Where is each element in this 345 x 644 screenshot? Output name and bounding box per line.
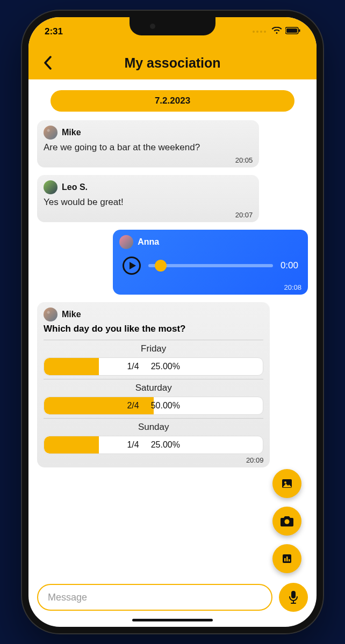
- poll-option-label: Saturday: [44, 383, 263, 393]
- message-time: 20:07: [44, 211, 253, 219]
- poll-question: Which day do you like the most?: [44, 324, 263, 334]
- notch: [130, 17, 215, 35]
- title-bar: My association: [28, 46, 317, 79]
- avatar: [44, 308, 58, 321]
- poll-option-percent: 50.00%: [151, 401, 180, 411]
- svg-rect-1: [286, 28, 297, 33]
- back-button[interactable]: [39, 54, 56, 71]
- audio-duration: 0:00: [281, 260, 298, 271]
- message-sender: Mike: [62, 128, 81, 137]
- poll-bar-fill: [44, 358, 99, 375]
- gallery-button[interactable]: [272, 469, 301, 498]
- more-dots-icon: [253, 31, 266, 33]
- audio-message[interactable]: Anna 0:00 20:08: [113, 230, 308, 295]
- poll-option[interactable]: 1/4 25.00%: [44, 436, 263, 454]
- phone-screen: 2:31 My association 7.2.2023: [28, 17, 317, 627]
- svg-point-4: [284, 481, 286, 484]
- message-text: Are we going to a bar at the weekend?: [44, 142, 253, 154]
- message-item[interactable]: Leo S. Yes would be great! 20:07: [37, 175, 259, 222]
- poll-option-label: Friday: [44, 343, 263, 354]
- message-time: 20:09: [44, 456, 263, 464]
- battery-icon: [285, 26, 300, 37]
- message-sender: Leo S.: [62, 182, 88, 192]
- message-time: 20:08: [119, 283, 301, 291]
- message-placeholder: Message: [48, 592, 87, 603]
- svg-rect-10: [291, 591, 296, 598]
- camera-icon: [280, 515, 294, 527]
- avatar: [44, 126, 58, 140]
- poll-option-count: 2/4: [127, 401, 139, 411]
- image-icon: [281, 477, 293, 490]
- status-time: 2:31: [45, 26, 63, 37]
- wifi-icon: [271, 26, 282, 37]
- poll-bar-fill: [44, 436, 99, 453]
- poll-option-label: Sunday: [44, 422, 263, 433]
- poll-option[interactable]: 2/4 50.00%: [44, 397, 263, 415]
- date-separator: 7.2.2023: [51, 90, 294, 112]
- attachment-actions: [272, 469, 301, 573]
- poll-message[interactable]: Mike Which day do you like the most? Fri…: [37, 302, 270, 467]
- microphone-icon: [288, 590, 299, 604]
- svg-rect-9: [289, 559, 290, 561]
- poll-option[interactable]: 1/4 25.00%: [44, 357, 263, 376]
- phone-frame: 2:31 My association 7.2.2023: [22, 11, 323, 633]
- audio-track[interactable]: [148, 264, 273, 267]
- camera-button[interactable]: [272, 507, 301, 536]
- message-input[interactable]: Message: [37, 584, 272, 611]
- bar-chart-icon: [281, 553, 293, 565]
- chevron-left-icon: [44, 56, 52, 70]
- message-time: 20:05: [44, 156, 253, 164]
- avatar: [44, 180, 58, 194]
- svg-rect-2: [299, 30, 300, 32]
- voice-record-button[interactable]: [279, 583, 308, 612]
- svg-point-5: [285, 519, 290, 524]
- poll-button[interactable]: [272, 544, 301, 573]
- svg-rect-7: [284, 558, 286, 561]
- home-indicator[interactable]: [132, 619, 213, 621]
- avatar: [119, 235, 133, 249]
- page-title: My association: [124, 55, 220, 71]
- message-text: Yes would be great!: [44, 196, 253, 209]
- message-item[interactable]: Mike Are we going to a bar at the weeken…: [37, 120, 259, 167]
- audio-thumb[interactable]: [155, 260, 167, 272]
- poll-option-percent: 25.00%: [151, 362, 180, 371]
- message-sender: Anna: [138, 237, 159, 247]
- status-icons: [253, 26, 300, 37]
- poll-option-percent: 25.00%: [151, 440, 180, 450]
- poll-option-count: 1/4: [127, 362, 139, 371]
- message-sender: Mike: [62, 310, 81, 319]
- poll-option-count: 1/4: [127, 440, 139, 450]
- play-button[interactable]: [123, 257, 141, 275]
- svg-rect-8: [286, 557, 288, 561]
